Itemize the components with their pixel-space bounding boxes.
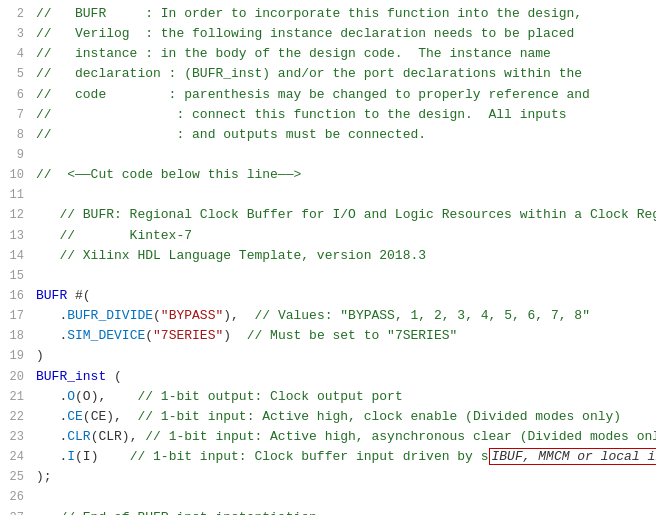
- line-content: .CE(CE), // 1-bit input: Active high, cl…: [36, 407, 648, 427]
- line-content: .I(I) // 1-bit input: Clock buffer input…: [36, 447, 656, 467]
- line-number: 19: [8, 347, 36, 366]
- line-number: 7: [8, 106, 36, 125]
- line-number: 17: [8, 307, 36, 326]
- code-line-22: 22 .CE(CE), // 1-bit input: Active high,…: [0, 407, 656, 427]
- code-line-20: 20 BUFR_inst (: [0, 367, 656, 387]
- highlight-annotation: IBUF, MMCM or local interconnect: [489, 448, 657, 465]
- line-content: // : connect this function to the design…: [36, 105, 648, 125]
- line-number: 12: [8, 206, 36, 225]
- code-line-21: 21 .O(O), // 1-bit output: Clock output …: [0, 387, 656, 407]
- code-line-25: 25 );: [0, 467, 656, 487]
- line-content: .SIM_DEVICE("7SERIES") // Must be set to…: [36, 326, 648, 346]
- line-content: // declaration : (BUFR_inst) and/or the …: [36, 64, 648, 84]
- line-content: BUFR_inst (: [36, 367, 648, 387]
- line-number: 3: [8, 25, 36, 44]
- line-number: 9: [8, 146, 36, 165]
- code-line-5: 5 // declaration : (BUFR_inst) and/or th…: [0, 64, 656, 84]
- line-content: [36, 185, 648, 205]
- line-number: 27: [8, 509, 36, 515]
- code-line-27: 27 // End of BUFR_inst instantiation: [0, 508, 656, 515]
- line-content: // : and outputs must be connected.: [36, 125, 648, 145]
- code-line-4: 4 // instance : in the body of the desig…: [0, 44, 656, 64]
- line-number: 15: [8, 267, 36, 286]
- code-line-9: 9: [0, 145, 656, 165]
- line-number: 25: [8, 468, 36, 487]
- code-line-14: 14 // Xilinx HDL Language Template, vers…: [0, 246, 656, 266]
- line-content: // <——Cut code below this line——>: [36, 165, 648, 185]
- line-number: 21: [8, 388, 36, 407]
- line-number: 13: [8, 227, 36, 246]
- line-content: BUFR #(: [36, 286, 648, 306]
- code-line-24: 24 .I(I) // 1-bit input: Clock buffer in…: [0, 447, 656, 467]
- line-number: 14: [8, 247, 36, 266]
- code-line-2: 2 // BUFR : In order to incorporate this…: [0, 4, 656, 24]
- code-line-7: 7 // : connect this function to the desi…: [0, 105, 656, 125]
- line-number: 24: [8, 448, 36, 467]
- line-number: 23: [8, 428, 36, 447]
- line-number: 16: [8, 287, 36, 306]
- line-content: // Kintex-7: [36, 226, 648, 246]
- line-number: 10: [8, 166, 36, 185]
- line-content: .O(O), // 1-bit output: Clock output por…: [36, 387, 648, 407]
- line-content: );: [36, 467, 648, 487]
- line-content: .CLR(CLR), // 1-bit input: Active high, …: [36, 427, 656, 447]
- line-content: ): [36, 346, 648, 366]
- line-content: // BUFR: Regional Clock Buffer for I/O a…: [36, 205, 656, 225]
- line-number: 18: [8, 327, 36, 346]
- line-content: // code : parenthesis may be changed to …: [36, 85, 648, 105]
- line-number: 2: [8, 5, 36, 24]
- code-line-17: 17 .BUFR_DIVIDE("BYPASS"), // Values: "B…: [0, 306, 656, 326]
- code-line-26: 26: [0, 487, 656, 507]
- code-container: 2 // BUFR : In order to incorporate this…: [0, 0, 656, 515]
- line-content: [36, 266, 648, 286]
- code-line-15: 15: [0, 266, 656, 286]
- code-line-10: 10 // <——Cut code below this line——>: [0, 165, 656, 185]
- line-content: [36, 145, 648, 165]
- line-content: // BUFR : In order to incorporate this f…: [36, 4, 648, 24]
- line-number: 22: [8, 408, 36, 427]
- line-number: 8: [8, 126, 36, 145]
- line-number: 26: [8, 488, 36, 507]
- code-line-13: 13 // Kintex-7: [0, 226, 656, 246]
- code-line-16: 16 BUFR #(: [0, 286, 656, 306]
- code-line-8: 8 // : and outputs must be connected.: [0, 125, 656, 145]
- line-content: // instance : in the body of the design …: [36, 44, 648, 64]
- line-content: // Verilog : the following instance decl…: [36, 24, 648, 44]
- code-line-11: 11: [0, 185, 656, 205]
- line-number: 20: [8, 368, 36, 387]
- line-number: 6: [8, 86, 36, 105]
- code-line-19: 19 ): [0, 346, 656, 366]
- code-line-18: 18 .SIM_DEVICE("7SERIES") // Must be set…: [0, 326, 656, 346]
- code-line-6: 6 // code : parenthesis may be changed t…: [0, 85, 656, 105]
- code-line-12: 12 // BUFR: Regional Clock Buffer for I/…: [0, 205, 656, 225]
- line-content: .BUFR_DIVIDE("BYPASS"), // Values: "BYPA…: [36, 306, 648, 326]
- line-content: // End of BUFR_inst instantiation: [36, 508, 648, 515]
- line-number: 11: [8, 186, 36, 205]
- code-line-3: 3 // Verilog : the following instance de…: [0, 24, 656, 44]
- code-line-23: 23 .CLR(CLR), // 1-bit input: Active hig…: [0, 427, 656, 447]
- line-content: // Xilinx HDL Language Template, version…: [36, 246, 648, 266]
- line-number: 4: [8, 45, 36, 64]
- line-content: [36, 487, 648, 507]
- line-number: 5: [8, 65, 36, 84]
